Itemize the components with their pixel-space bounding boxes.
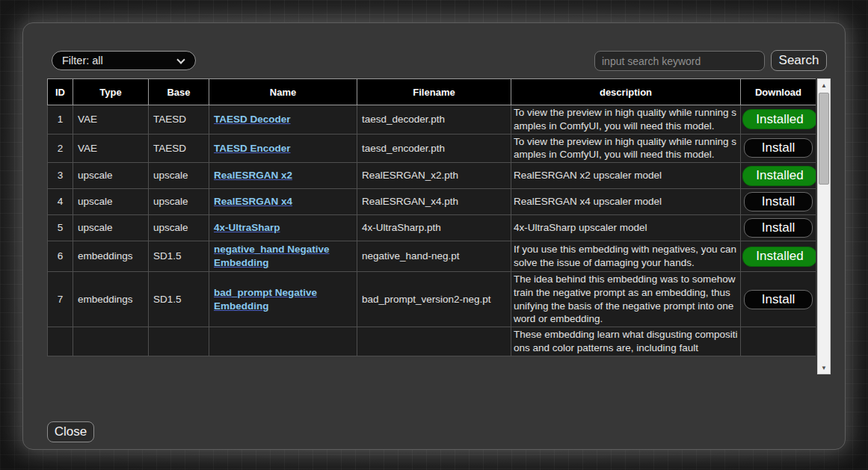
table-row: 1VAETAESDTAESD Decodertaesd_decoder.pthT… [48, 105, 816, 134]
model-name-link[interactable]: RealESRGAN x4 [214, 196, 292, 207]
install-button[interactable]: Install [744, 218, 813, 238]
cell-base: upscale [149, 189, 209, 215]
table-row: 7embeddingsSD1.5bad_prompt Negative Embe… [48, 271, 816, 327]
cell-name: TAESD Encoder [209, 134, 357, 163]
model-name-link[interactable]: 4x-UltraSharp [214, 222, 280, 233]
table-scrollbar[interactable]: ▲ ▼ [817, 78, 831, 374]
cell-description: To view the preview in high quality whil… [511, 105, 741, 134]
close-button[interactable]: Close [47, 421, 94, 442]
table-row: 2VAETAESDTAESD Encodertaesd_encoder.pthT… [48, 134, 816, 163]
model-name-link[interactable]: RealESRGAN x2 [214, 170, 292, 181]
cell-description: RealESRGAN x4 upscaler model [511, 189, 741, 215]
cell-description: If you use this embedding with negatives… [511, 241, 741, 272]
cell-name: bad_prompt Negative Embedding [209, 271, 357, 327]
scrollbar-up-arrow-icon[interactable]: ▲ [818, 79, 830, 91]
cell-type: upscale [73, 189, 149, 215]
table-row: 3upscaleupscaleRealESRGAN x2RealESRGAN_x… [48, 163, 816, 189]
cell-type [73, 327, 149, 356]
cell-download: Installed [741, 241, 816, 272]
install-button[interactable]: Install [744, 290, 813, 309]
cell-description: The idea behind this embedding was to so… [511, 271, 741, 327]
cell-name: RealESRGAN x4 [209, 189, 357, 215]
header-name: Name [209, 79, 357, 105]
cell-name: RealESRGAN x2 [209, 163, 357, 189]
cell-name: 4x-UltraSharp [209, 215, 357, 241]
cell-filename: taesd_encoder.pth [357, 134, 511, 163]
cell-filename: taesd_decoder.pth [357, 105, 511, 134]
cell-name [209, 327, 357, 356]
models-table-body: 1VAETAESDTAESD Decodertaesd_decoder.pthT… [48, 105, 816, 356]
cell-base: TAESD [149, 105, 209, 134]
cell-download: Installed [741, 163, 816, 189]
cell-id: 3 [48, 163, 73, 189]
cell-download: Install [741, 271, 816, 327]
cell-description: These embedding learn what disgusting co… [511, 327, 741, 356]
cell-filename: RealESRGAN_x4.pth [357, 189, 511, 215]
table-header-row: ID Type Base Name Filename description D… [48, 79, 816, 105]
models-table-viewport: ID Type Base Name Filename description D… [47, 78, 816, 374]
models-table: ID Type Base Name Filename description D… [47, 78, 816, 356]
cell-filename: RealESRGAN_x2.pth [357, 163, 511, 189]
cell-id: 1 [48, 105, 73, 134]
cell-id: 5 [48, 215, 73, 241]
cell-base: upscale [149, 215, 209, 241]
header-download: Download [741, 79, 816, 105]
cell-base [149, 327, 209, 356]
header-id: ID [48, 79, 73, 105]
cell-id: 7 [48, 271, 73, 327]
cell-name: TAESD Decoder [209, 105, 357, 134]
model-name-link[interactable]: TAESD Encoder [214, 143, 291, 154]
installed-button[interactable]: Installed [742, 166, 816, 186]
cell-id: 4 [48, 189, 73, 215]
header-base: Base [149, 79, 209, 105]
installed-button[interactable]: Installed [742, 247, 816, 267]
cell-base: SD1.5 [149, 241, 209, 272]
cell-filename: bad_prompt_version2-neg.pt [357, 271, 511, 327]
search-input[interactable] [594, 51, 765, 71]
cell-id: 2 [48, 134, 73, 163]
scrollbar-thumb[interactable] [819, 93, 829, 185]
cell-download [741, 327, 816, 356]
chevron-down-icon [176, 55, 185, 64]
model-name-link[interactable]: bad_prompt Negative Embedding [214, 287, 317, 312]
cell-description: To view the preview in high quality whil… [511, 134, 741, 163]
cell-id [48, 327, 73, 356]
cell-type: VAE [73, 134, 149, 163]
table-row: 4upscaleupscaleRealESRGAN x4RealESRGAN_x… [48, 189, 816, 215]
cell-name: negative_hand Negative Embedding [209, 241, 357, 272]
table-row: 5upscaleupscale4x-UltraSharp4x-UltraShar… [48, 215, 816, 241]
cell-filename: negative_hand-neg.pt [357, 241, 511, 272]
header-description: description [511, 79, 741, 105]
cell-id: 6 [48, 241, 73, 272]
model-name-link[interactable]: TAESD Decoder [214, 114, 291, 125]
install-button[interactable]: Install [744, 138, 813, 158]
scrollbar-down-arrow-icon[interactable]: ▼ [818, 362, 830, 374]
cell-type: embeddings [73, 271, 149, 327]
header-type: Type [73, 79, 149, 105]
model-name-link[interactable]: negative_hand Negative Embedding [214, 244, 330, 268]
cell-filename: 4x-UltraSharp.pth [357, 215, 511, 241]
filter-select[interactable]: Filter: all [52, 51, 196, 70]
cell-download: Install [741, 189, 816, 215]
cell-base: upscale [149, 163, 209, 189]
cell-download: Install [741, 134, 816, 163]
cell-download: Installed [741, 105, 816, 134]
cell-type: upscale [73, 163, 149, 189]
cell-type: VAE [73, 105, 149, 134]
cell-type: embeddings [73, 241, 149, 272]
search-button[interactable]: Search [771, 50, 827, 71]
cell-download: Install [741, 215, 816, 241]
table-row: These embedding learn what disgusting co… [48, 327, 816, 356]
cell-filename [357, 327, 511, 356]
filter-select-value: Filter: all [62, 55, 103, 67]
table-row: 6embeddingsSD1.5negative_hand Negative E… [48, 241, 816, 272]
installed-button[interactable]: Installed [742, 109, 816, 129]
header-filename: Filename [357, 79, 511, 105]
cell-base: TAESD [149, 134, 209, 163]
install-models-dialog: Filter: all Search ID Type Base Name Fil… [22, 22, 846, 450]
cell-description: RealESRGAN x2 upscaler model [511, 163, 741, 189]
cell-description: 4x-UltraSharp upscaler model [511, 215, 741, 241]
cell-type: upscale [73, 215, 149, 241]
cell-base: SD1.5 [149, 271, 209, 327]
install-button[interactable]: Install [744, 192, 813, 211]
